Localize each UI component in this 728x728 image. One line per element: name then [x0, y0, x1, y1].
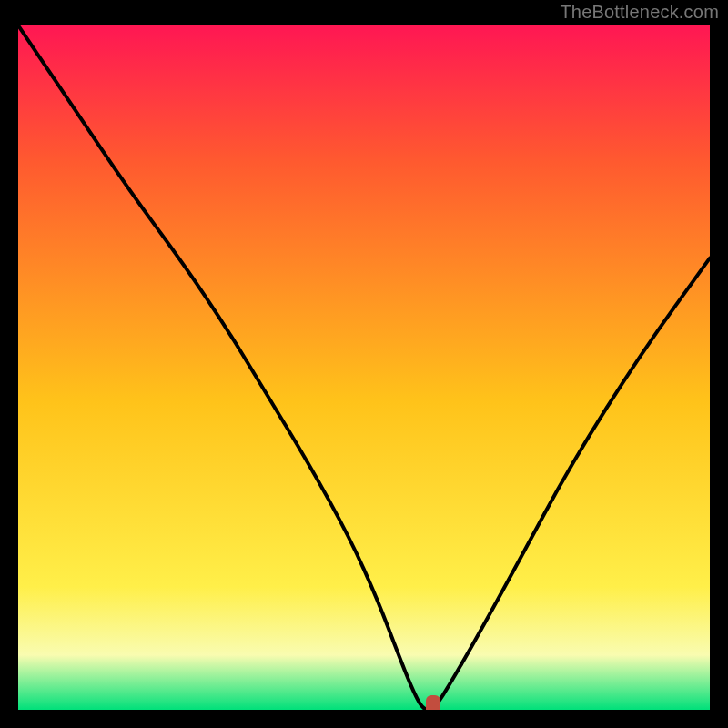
chart-frame: TheBottleneck.com [0, 0, 728, 728]
plot-svg [18, 25, 710, 710]
gradient-background [18, 25, 710, 710]
optimal-point-marker [426, 695, 440, 710]
attribution-label: TheBottleneck.com [560, 2, 719, 23]
bottleneck-plot [18, 25, 710, 710]
